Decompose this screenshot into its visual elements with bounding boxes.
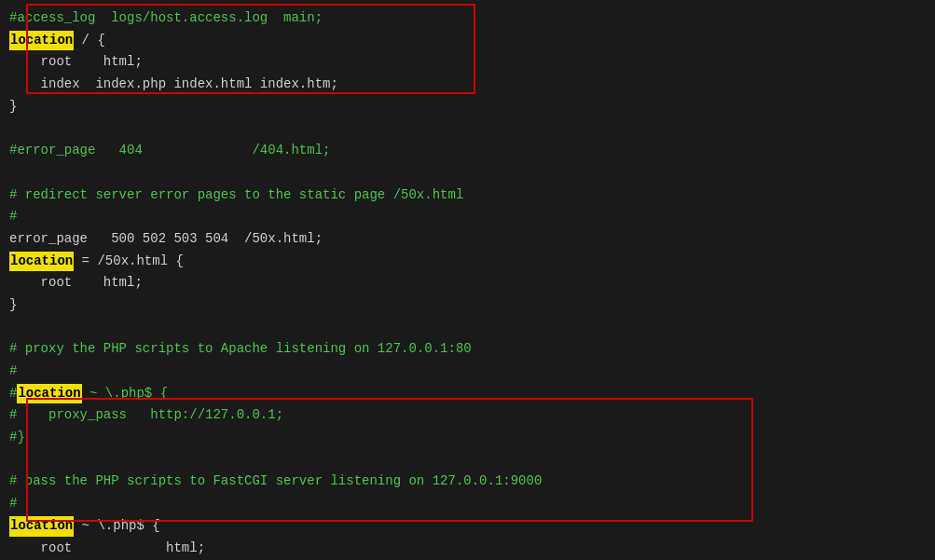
code-line-3: root html; — [0, 51, 935, 74]
code-line-25: root html; — [0, 538, 935, 560]
code-line-16: # proxy the PHP scripts to Apache listen… — [0, 338, 935, 361]
code-line-5: } — [0, 96, 935, 118]
line-text: root html; — [9, 52, 143, 73]
line-text: # proxy_pass http://127.0.0.1; — [9, 405, 283, 426]
line-text: root html; — [9, 539, 205, 559]
code-line-12: location = /50x.html { — [0, 251, 935, 273]
line-text: ~ \.php$ { — [82, 384, 168, 404]
code-line-19: # proxy_pass http://127.0.0.1; — [0, 404, 935, 427]
line-text: #} — [9, 428, 25, 448]
line-text: error_page 500 502 503 504 /50x.html; — [9, 229, 323, 250]
code-line-2: location / { — [0, 30, 935, 52]
code-line-18: #location ~ \.php$ { — [0, 383, 935, 405]
code-line-24: location ~ \.php$ { — [0, 515, 935, 538]
line-text: } — [9, 295, 17, 316]
line-text: # proxy the PHP scripts to Apache listen… — [9, 339, 472, 360]
code-line-11: error_page 500 502 503 504 /50x.html; — [0, 228, 935, 251]
line-text: #access_log logs/host.access.log main; — [9, 8, 323, 29]
code-line-14: } — [0, 294, 935, 317]
location-keyword-3: location — [17, 384, 81, 404]
line-text: } — [9, 97, 17, 117]
code-line-9: # redirect server error pages to the sta… — [0, 184, 935, 207]
code-line-21 — [0, 449, 935, 471]
line-text: = /50x.html { — [74, 252, 184, 272]
code-line-17: # — [0, 361, 935, 383]
line-text: # — [9, 384, 17, 404]
code-line-20: #} — [0, 427, 935, 449]
line-text: # pass the PHP scripts to FastCGI server… — [9, 471, 542, 492]
line-text: # — [9, 494, 17, 514]
location-keyword-1: location — [9, 31, 74, 51]
code-line-6 — [0, 117, 935, 140]
code-line-13: root html; — [0, 272, 935, 294]
code-line-15 — [0, 317, 935, 339]
code-line-7: #error_page 404 /404.html; — [0, 140, 935, 162]
line-text: root html; — [9, 273, 143, 294]
location-keyword-2: location — [9, 252, 74, 272]
code-line-8 — [0, 162, 935, 184]
line-text: # — [9, 362, 17, 382]
code-line-10: # — [0, 206, 935, 228]
code-editor: #access_log logs/host.access.log main; l… — [0, 0, 935, 560]
code-line-23: # — [0, 493, 935, 515]
line-text: # — [9, 207, 17, 227]
line-text: index index.php index.html index.htm; — [9, 75, 338, 95]
line-text: # redirect server error pages to the sta… — [9, 185, 463, 206]
location-keyword-4: location — [9, 516, 74, 537]
code-line-1: #access_log logs/host.access.log main; — [0, 7, 935, 30]
line-text: ~ \.php$ { — [74, 516, 159, 537]
code-line-22: # pass the PHP scripts to FastCGI server… — [0, 471, 935, 493]
line-text: / { — [74, 31, 105, 51]
code-line-4: index index.php index.html index.htm; — [0, 74, 935, 96]
line-text: #error_page 404 /404.html; — [9, 141, 330, 161]
